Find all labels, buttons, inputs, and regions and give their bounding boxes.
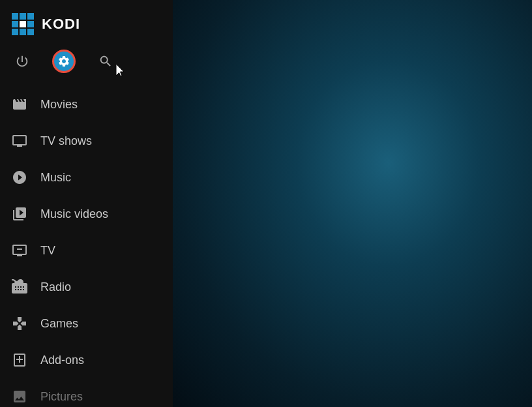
svg-rect-5 [27,29,34,35]
power-icon [15,54,29,68]
svg-rect-8 [27,21,34,27]
svg-rect-7 [20,29,26,35]
sidebar-item-tv-shows[interactable]: TV shows [0,123,173,159]
svg-rect-1 [20,13,26,20]
movies-icon [10,95,29,113]
tv-shows-icon [10,132,29,150]
sidebar-item-add-ons[interactable]: Add-ons [0,342,173,378]
nav-list: Movies TV shows Music [0,83,173,407]
sidebar-item-movies[interactable]: Movies [0,86,173,123]
pictures-label: Pictures [40,390,83,404]
sidebar-item-music[interactable]: Music [0,159,173,196]
sidebar-item-pictures[interactable]: Pictures [0,378,173,407]
radio-label: Radio [40,280,71,294]
tv-label: TV [40,244,55,258]
pictures-icon [10,387,29,406]
sidebar-item-tv[interactable]: TV [0,232,173,269]
search-button[interactable] [94,50,117,73]
add-ons-icon [10,351,29,369]
settings-button[interactable] [52,50,76,73]
sidebar-item-radio[interactable]: Radio [0,269,173,305]
power-button[interactable] [10,50,34,73]
settings-icon [57,55,70,68]
tv-shows-label: TV shows [40,134,92,148]
music-videos-icon [10,205,29,223]
add-ons-label: Add-ons [40,354,84,367]
tv-icon [10,241,29,260]
svg-rect-2 [12,21,18,27]
movies-label: Movies [40,98,78,112]
svg-rect-6 [12,29,18,35]
app-title: KODI [42,16,80,33]
music-videos-label: Music videos [40,207,108,221]
music-label: Music [40,171,71,185]
sidebar-item-games[interactable]: Games [0,305,173,342]
top-icons-bar [0,44,173,83]
main-content [173,0,532,407]
music-icon [10,168,29,187]
games-icon [10,314,29,333]
logo-area: KODI [0,0,173,44]
svg-rect-4 [27,13,34,20]
sidebar: KODI [0,0,173,407]
svg-rect-0 [12,13,18,20]
svg-rect-3 [20,21,26,27]
sidebar-item-music-videos[interactable]: Music videos [0,196,173,232]
radio-icon [10,278,29,296]
search-icon [98,54,113,68]
games-label: Games [40,317,78,331]
kodi-logo-icon [10,12,35,37]
